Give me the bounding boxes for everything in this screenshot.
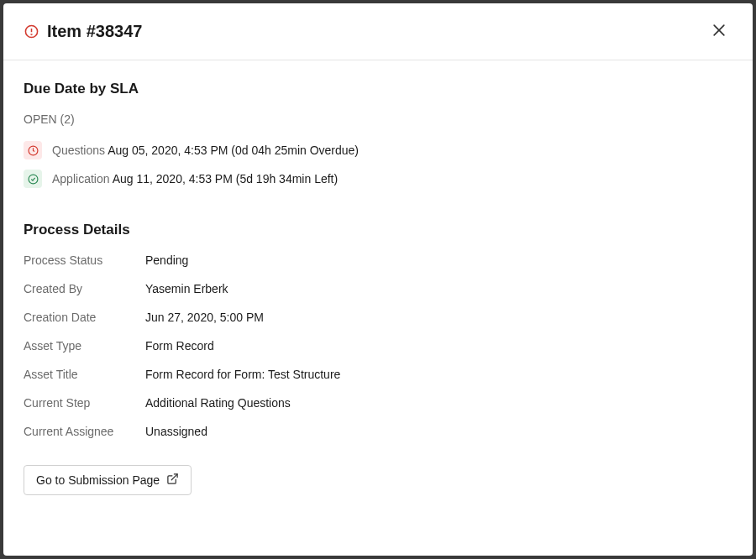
alert-circle-icon (24, 24, 39, 39)
sla-item-text: Questions Aug 05, 2020, 4:53 PM (0d 04h … (52, 144, 359, 157)
details-section-title: Process Details (24, 222, 732, 238)
sla-item-date: Aug 05, 2020, 4:53 PM (108, 144, 228, 157)
close-button[interactable] (706, 17, 732, 46)
external-link-icon (166, 473, 179, 488)
process-status-value: Pending (145, 253, 732, 267)
sla-list: Questions Aug 05, 2020, 4:53 PM (0d 04h … (24, 141, 732, 188)
asset-title-value: Form Record for Form: Test Structure (145, 368, 732, 381)
svg-point-6 (29, 175, 38, 184)
sla-item-text: Application Aug 11, 2020, 4:53 PM (5d 19… (52, 172, 338, 185)
sla-open-count: OPEN (2) (24, 112, 732, 126)
creation-date-value: Jun 27, 2020, 5:00 PM (145, 311, 732, 324)
process-status-label: Process Status (24, 253, 145, 267)
header-left: Item #38347 (24, 22, 142, 41)
created-by-value: Yasemin Erberk (145, 282, 732, 295)
sla-section-title: Due Date by SLA (24, 81, 732, 97)
current-assignee-value: Unassigned (145, 425, 732, 438)
current-step-label: Current Step (24, 396, 145, 410)
modal-title: Item #38347 (47, 22, 142, 41)
sla-item-label: Questions (52, 144, 105, 157)
modal-header: Item #38347 (3, 3, 753, 60)
svg-point-2 (31, 34, 32, 35)
sla-item-remaining: (5d 19h 34min Left) (236, 172, 338, 185)
created-by-label: Created By (24, 282, 145, 295)
sla-item-remaining: (0d 04h 25min Overdue) (231, 144, 359, 157)
go-to-submission-button[interactable]: Go to Submission Page (24, 465, 192, 495)
sla-item-label: Application (52, 172, 110, 185)
svg-line-7 (171, 474, 177, 480)
process-details-grid: Process Status Pending Created By Yasemi… (24, 253, 732, 438)
asset-type-value: Form Record (145, 339, 732, 353)
asset-title-label: Asset Title (24, 368, 145, 381)
modal-body: Due Date by SLA OPEN (2) Questions Aug 0… (3, 60, 753, 556)
close-icon (711, 22, 727, 41)
sla-item-date: Aug 11, 2020, 4:53 PM (113, 172, 233, 185)
sla-item-ok: Application Aug 11, 2020, 4:53 PM (5d 19… (24, 170, 732, 188)
item-detail-modal: Item #38347 Due Date by SLA OPEN (2) (3, 3, 753, 556)
asset-type-label: Asset Type (24, 339, 145, 353)
go-to-submission-label: Go to Submission Page (36, 473, 160, 487)
current-assignee-label: Current Assignee (24, 425, 145, 438)
current-step-value: Additional Rating Questions (145, 396, 732, 410)
check-circle-icon (24, 170, 42, 188)
creation-date-label: Creation Date (24, 311, 145, 324)
sla-item-overdue: Questions Aug 05, 2020, 4:53 PM (0d 04h … (24, 141, 732, 159)
clock-alert-icon (24, 141, 42, 159)
